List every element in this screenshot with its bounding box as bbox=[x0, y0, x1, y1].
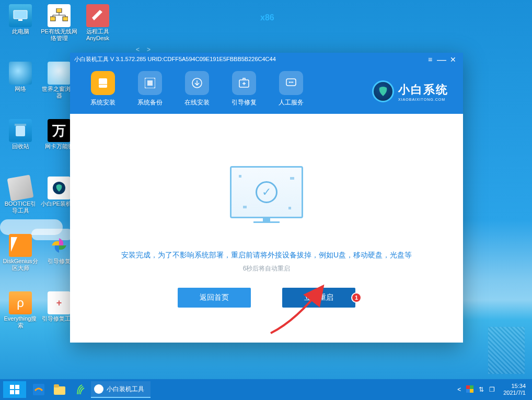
close-button[interactable]: ✕ bbox=[447, 56, 459, 63]
wan-icon: 万 bbox=[48, 119, 71, 142]
svg-rect-20 bbox=[54, 384, 59, 387]
tab-backup[interactable]: 系统备份 bbox=[126, 69, 174, 114]
svg-rect-9 bbox=[99, 84, 107, 85]
svg-rect-1 bbox=[18, 19, 22, 21]
icon-anydesk[interactable]: 远程工具AnyDesk bbox=[79, 4, 116, 42]
tab-label: 引导修复 bbox=[221, 98, 268, 107]
window-title: 小白装机工具 V 3.1.572.285 URID:CDFF5A594C09E1… bbox=[74, 55, 276, 63]
svg-rect-5 bbox=[50, 17, 55, 21]
system-tray: < ⇅ ❐ 15:342021/7/1 bbox=[457, 383, 529, 396]
svg-rect-23 bbox=[466, 389, 470, 393]
toolbar: 系统安装 系统备份 在线安装 引导修复 人工服务 小白系统XIAOBAIXITO… bbox=[70, 66, 463, 114]
tab-label: 系统备份 bbox=[126, 98, 174, 107]
icon-pe-net[interactable]: PE有线无线网络管理 bbox=[41, 4, 77, 42]
svg-rect-6 bbox=[63, 17, 68, 21]
tab-label: 在线安装 bbox=[174, 98, 221, 107]
icon-label: 网络 bbox=[2, 86, 39, 92]
icon-label: PE有线无线网络管理 bbox=[41, 28, 77, 42]
download-icon bbox=[185, 71, 209, 95]
svg-point-16 bbox=[291, 81, 292, 83]
tab-label: 人工服务 bbox=[268, 98, 315, 107]
task-icon bbox=[94, 384, 103, 394]
icon-recycle-bin[interactable]: 回收站 bbox=[2, 119, 39, 150]
browser-icon bbox=[48, 62, 71, 85]
tray-chevron-icon[interactable]: < bbox=[457, 386, 461, 393]
title-bar[interactable]: 小白装机工具 V 3.1.572.285 URID:CDFF5A594C09E1… bbox=[70, 53, 463, 66]
completion-message: 安装完成，为了不影响系统部署，重启前请将外接设备拔掉，例如U盘，移动硬盘，光盘等 bbox=[121, 251, 412, 260]
tray-shield-icon[interactable] bbox=[466, 385, 473, 394]
bootice-icon bbox=[7, 175, 34, 202]
icon-bootice[interactable]: BOOTICE引导工具 bbox=[2, 177, 39, 214]
callout-badge: 1 bbox=[351, 292, 362, 303]
taskbar-clock[interactable]: 15:342021/7/1 bbox=[500, 383, 529, 396]
menu-icon[interactable]: ≡ bbox=[424, 56, 436, 63]
backup-icon bbox=[138, 71, 162, 95]
svg-rect-4 bbox=[56, 8, 62, 13]
taskbar-browser[interactable] bbox=[28, 381, 49, 398]
icon-everything[interactable]: ρEverything搜索 bbox=[2, 291, 39, 329]
install-icon bbox=[91, 71, 115, 95]
svg-rect-3 bbox=[15, 124, 26, 126]
tab-install[interactable]: 系统安装 bbox=[79, 69, 126, 114]
svg-rect-0 bbox=[14, 10, 27, 19]
bin-icon bbox=[9, 119, 32, 142]
diskgenius-icon bbox=[9, 234, 32, 257]
taskbar-task[interactable]: 小白装机工具 bbox=[91, 381, 151, 398]
tab-label: 系统安装 bbox=[79, 98, 126, 107]
minimize-button[interactable]: ― bbox=[436, 55, 447, 64]
restart-now-button[interactable]: 立即重启1 bbox=[282, 288, 355, 308]
icon-label: 远程工具AnyDesk bbox=[79, 28, 116, 42]
icon-label: DiskGenius分区大师 bbox=[2, 258, 39, 272]
watermark bbox=[488, 327, 525, 374]
svg-rect-21 bbox=[466, 385, 470, 389]
svg-rect-8 bbox=[99, 78, 107, 88]
taskbar: 小白装机工具 < ⇅ ❐ 15:342021/7/1 bbox=[0, 379, 532, 400]
back-home-button[interactable]: 返回首页 bbox=[178, 288, 251, 308]
tray-usb-icon[interactable]: ⇅ bbox=[479, 386, 484, 393]
tab-bootfix[interactable]: 引导修复 bbox=[221, 69, 268, 114]
svg-point-15 bbox=[289, 81, 290, 83]
medkit-icon bbox=[48, 291, 71, 314]
svg-rect-24 bbox=[470, 389, 473, 393]
svg-rect-11 bbox=[147, 80, 153, 86]
brand-logo-icon bbox=[372, 80, 394, 102]
icon-this-pc[interactable]: 此电脑 bbox=[2, 4, 39, 35]
tray-display-icon[interactable]: ❐ bbox=[489, 386, 495, 393]
app-window: 小白装机工具 V 3.1.572.285 URID:CDFF5A594C09E1… bbox=[70, 53, 463, 343]
content-area: ✓ 安装完成，为了不影响系统部署，重启前请将外接设备拔掉，例如U盘，移动硬盘，光… bbox=[70, 114, 463, 343]
icon-network[interactable]: 网络 bbox=[2, 62, 39, 92]
brand-subtitle: XIAOBAIXITONG.COM bbox=[398, 98, 448, 101]
icon-label: 此电脑 bbox=[2, 28, 39, 35]
brand-title: 小白系统 bbox=[398, 82, 448, 98]
chat-icon bbox=[279, 71, 303, 95]
search-icon: ρ bbox=[9, 291, 32, 314]
svg-rect-22 bbox=[470, 385, 473, 389]
windows-icon bbox=[10, 385, 19, 394]
svg-point-17 bbox=[292, 81, 293, 83]
taskbar-explorer[interactable] bbox=[49, 381, 70, 398]
svg-rect-18 bbox=[33, 384, 44, 395]
countdown-text: 6秒后将自动重启 bbox=[243, 264, 291, 273]
globe-icon bbox=[9, 62, 32, 85]
taskbar-wifi[interactable] bbox=[70, 381, 91, 398]
icon-label: 回收站 bbox=[2, 143, 39, 150]
windmill-icon bbox=[48, 234, 71, 257]
icon-label: Everything搜索 bbox=[2, 315, 39, 329]
success-illustration: ✓ bbox=[230, 166, 303, 218]
tab-support[interactable]: 人工服务 bbox=[268, 69, 315, 114]
anydesk-icon bbox=[86, 4, 109, 27]
svg-rect-2 bbox=[16, 126, 25, 136]
start-button[interactable] bbox=[3, 381, 26, 398]
icon-diskgenius[interactable]: DiskGenius分区大师 bbox=[2, 234, 39, 272]
task-label: 小白装机工具 bbox=[107, 385, 144, 394]
icon-label: BOOTICE引导工具 bbox=[2, 201, 39, 214]
lan-icon bbox=[48, 4, 71, 27]
svg-rect-19 bbox=[54, 386, 65, 395]
repair-icon bbox=[232, 71, 256, 95]
xiaobai-icon bbox=[48, 177, 71, 199]
pc-icon bbox=[9, 4, 32, 27]
tab-online[interactable]: 在线安装 bbox=[174, 69, 221, 114]
brand: 小白系统XIAOBAIXITONG.COM bbox=[372, 69, 454, 114]
